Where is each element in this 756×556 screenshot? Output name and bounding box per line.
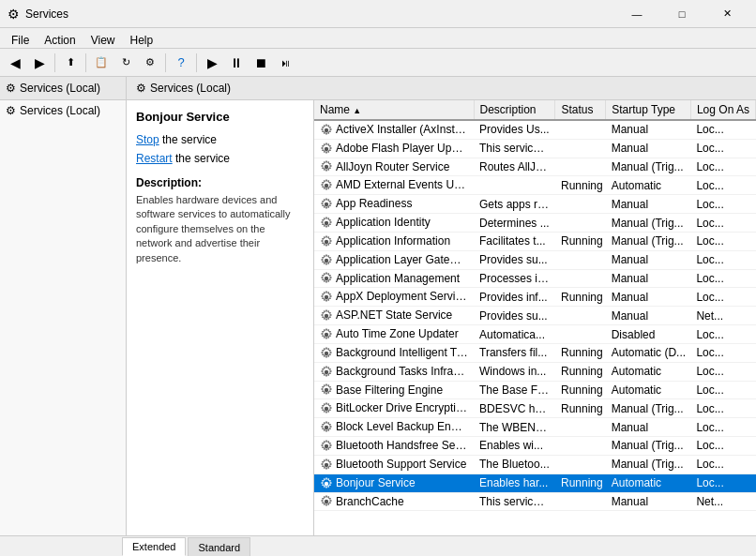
table-row[interactable]: Auto Time Zone UpdaterAutomatica...Disab… <box>314 325 756 344</box>
table-row[interactable]: AppX Deployment Service (...Provides inf… <box>314 288 756 307</box>
cell-name: AppX Deployment Service (... <box>314 288 474 307</box>
table-row[interactable]: BranchCacheThis service ...ManualNet... <box>314 492 756 511</box>
toolbar-forward[interactable]: ▶ <box>28 52 51 74</box>
cell-status: Running <box>555 176 606 195</box>
table-row[interactable]: App ReadinessGets apps re...ManualLoc... <box>314 195 756 214</box>
table-row[interactable]: Block Level Backup Engine ...The WBENG..… <box>314 418 756 437</box>
cell-startup: Manual <box>606 195 691 214</box>
cell-startup: Manual <box>606 492 691 511</box>
table-row[interactable]: Application ManagementProcesses in...Man… <box>314 269 756 288</box>
cell-desc: BDESVC hos... <box>474 399 555 418</box>
cell-desc: Provides su... <box>474 250 555 269</box>
cell-log: Net... <box>690 307 755 325</box>
table-row[interactable]: Application InformationFacilitates t...R… <box>314 232 756 250</box>
col-header-log[interactable]: Log On As <box>690 100 755 120</box>
cell-name: Adobe Flash Player Update ... <box>314 139 474 158</box>
col-header-name[interactable]: Name ▲ <box>314 100 474 120</box>
right-panel-header: ⚙ Services (Local) <box>127 77 756 100</box>
stop-service-link[interactable]: Stop <box>136 133 159 146</box>
services-table-container[interactable]: Name ▲ Description Status Startup Type L… <box>314 100 756 535</box>
cell-name: ActiveX Installer (AxInstSV) <box>314 120 474 139</box>
cell-log: Loc... <box>690 399 755 418</box>
tab-standard[interactable]: Standard <box>188 537 250 556</box>
table-row[interactable]: BitLocker Drive Encryption ...BDESVC hos… <box>314 399 756 418</box>
detail-panel: Bonjour Service Stop the service Restart… <box>127 100 314 535</box>
cell-name: Background Tasks Infrastru... <box>314 362 474 381</box>
service-gear-icon <box>320 272 336 285</box>
table-header-row: Name ▲ Description Status Startup Type L… <box>314 100 756 120</box>
cell-status: Running <box>555 473 606 492</box>
service-gear-icon <box>320 197 336 210</box>
split-view: Bonjour Service Stop the service Restart… <box>127 100 756 535</box>
table-row[interactable]: Background Intelligent Tran...Transfers … <box>314 343 756 362</box>
cell-log: Loc... <box>690 362 755 381</box>
toolbar-up[interactable]: ⬆ <box>59 52 82 74</box>
cell-name: Application Identity <box>314 214 474 233</box>
table-row[interactable]: Base Filtering EngineThe Base Fil...Runn… <box>314 381 756 399</box>
right-panel-gear-icon: ⚙ <box>136 82 146 95</box>
menu-file[interactable]: File <box>4 30 37 46</box>
cell-startup: Manual <box>606 120 691 139</box>
cell-status <box>555 269 606 288</box>
services-local-label: Services (Local) <box>20 104 100 117</box>
table-row[interactable]: Application Layer Gateway ...Provides su… <box>314 250 756 269</box>
title-bar-controls: — □ ✕ <box>615 5 748 23</box>
maximize-button[interactable]: □ <box>660 5 703 23</box>
toolbar-show-hide[interactable]: 📋 <box>90 52 113 74</box>
col-header-startup[interactable]: Startup Type <box>606 100 691 120</box>
col-header-desc[interactable]: Description <box>474 100 555 120</box>
cell-log: Loc... <box>690 139 755 158</box>
cell-desc: Automatica... <box>474 325 555 344</box>
table-row[interactable]: Background Tasks Infrastru...Windows in.… <box>314 362 756 381</box>
table-row[interactable]: AllJoyn Router ServiceRoutes AllJo...Man… <box>314 158 756 176</box>
cell-name: Background Intelligent Tran... <box>314 343 474 362</box>
menu-view[interactable]: View <box>83 30 123 46</box>
restart-service-line: Restart the service <box>136 152 304 165</box>
cell-name: AMD External Events Utility <box>314 176 474 195</box>
table-row[interactable]: Bluetooth Handsfree ServiceEnables wi...… <box>314 437 756 456</box>
toolbar-restart[interactable]: ⏯ <box>274 52 296 74</box>
cell-desc: This service ... <box>474 139 555 158</box>
cell-startup: Automatic (D... <box>606 343 691 362</box>
toolbar-refresh[interactable]: ↻ <box>114 52 137 74</box>
table-row[interactable]: AMD External Events UtilityRunningAutoma… <box>314 176 756 195</box>
toolbar-stop[interactable]: ⏹ <box>249 52 272 74</box>
table-row[interactable]: Bonjour ServiceEnables har...RunningAuto… <box>314 473 756 492</box>
menu-action[interactable]: Action <box>37 30 83 46</box>
cell-name: Application Management <box>314 269 474 288</box>
col-header-status[interactable]: Status <box>555 100 606 120</box>
toolbar-pause[interactable]: ⏸ <box>225 52 248 74</box>
sidebar-item-services-local[interactable]: ⚙ Services (Local) <box>0 100 126 121</box>
restart-service-link[interactable]: Restart <box>136 152 173 165</box>
service-gear-icon <box>320 160 336 173</box>
cell-startup: Manual <box>606 139 691 158</box>
table-row[interactable]: ASP.NET State ServiceProvides su...Manua… <box>314 307 756 325</box>
table-row[interactable]: Adobe Flash Player Update ...This servic… <box>314 139 756 158</box>
menu-help[interactable]: Help <box>123 30 161 46</box>
service-gear-icon <box>320 346 336 359</box>
tab-extended[interactable]: Extended <box>122 537 186 556</box>
minimize-button[interactable]: — <box>615 5 658 23</box>
cell-startup: Manual <box>606 307 691 325</box>
toolbar-help[interactable]: ? <box>170 52 192 74</box>
cell-status: Running <box>555 343 606 362</box>
svg-point-18 <box>325 463 328 467</box>
cell-log: Loc... <box>690 158 755 176</box>
svg-point-14 <box>325 388 328 392</box>
table-row[interactable]: Bluetooth Support ServiceThe Bluetoo...M… <box>314 455 756 473</box>
main-container: ⚙ Services (Local) ⚙ Services (Local) ⚙ … <box>0 77 756 535</box>
toolbar-sep-1 <box>54 53 55 72</box>
table-row[interactable]: ActiveX Installer (AxInstSV)Provides Us.… <box>314 120 756 139</box>
table-row[interactable]: Application IdentityDetermines ...Manual… <box>314 214 756 233</box>
toolbar-back[interactable]: ◀ <box>4 52 26 74</box>
right-panel-title: Services (Local) <box>150 82 231 95</box>
cell-status <box>555 158 606 176</box>
cell-log: Loc... <box>690 232 755 250</box>
toolbar-play[interactable]: ▶ <box>201 52 223 74</box>
cell-status: Running <box>555 362 606 381</box>
close-button[interactable]: ✕ <box>705 5 748 23</box>
cell-startup: Manual <box>606 288 691 307</box>
svg-point-3 <box>325 184 328 188</box>
svg-point-16 <box>325 426 328 429</box>
toolbar-properties[interactable]: ⚙ <box>139 52 161 74</box>
